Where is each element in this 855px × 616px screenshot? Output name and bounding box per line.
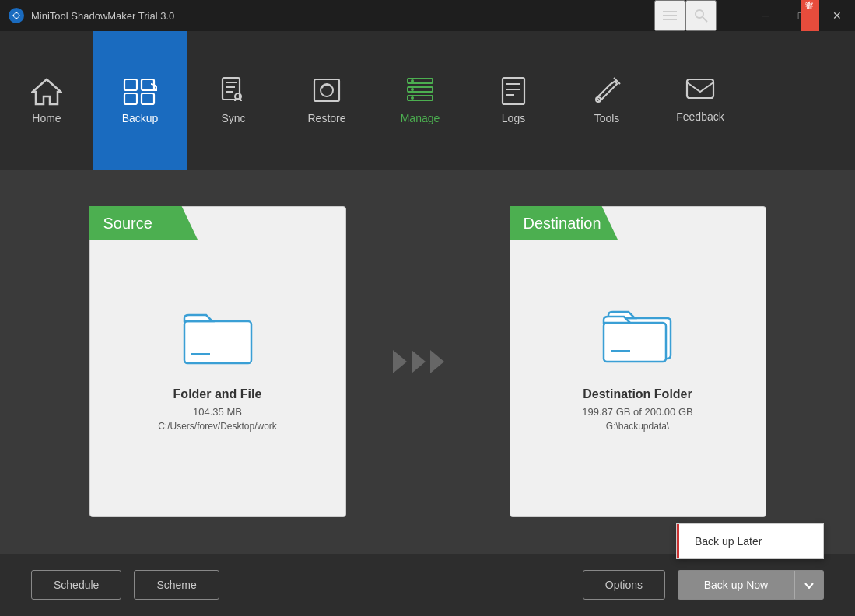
manage-icon [405, 76, 435, 106]
svg-line-3 [703, 17, 707, 22]
svg-point-25 [411, 88, 414, 91]
nav-restore[interactable]: Restore [280, 31, 373, 170]
svg-rect-18 [314, 79, 339, 101]
corner-label: 最小 [801, 0, 819, 31]
source-header-label: Source [103, 215, 152, 233]
home-icon [31, 76, 62, 106]
scheme-button[interactable]: Scheme [134, 570, 219, 600]
bottombar: Schedule Scheme Options Back up Now Back… [0, 554, 855, 616]
search-button[interactable] [685, 0, 717, 31]
destination-card-path: G:\backupdata\ [606, 421, 669, 432]
main-content: Source Folder and File 104.35 MB C:/User… [0, 170, 855, 554]
nav-tools-label: Tools [594, 112, 620, 124]
nav-sync[interactable]: Sync [187, 31, 280, 170]
destination-folder-icon [602, 307, 672, 369]
svg-rect-27 [503, 78, 524, 104]
nav-sync-label: Sync [221, 112, 245, 124]
menu-button[interactable] [654, 0, 685, 31]
source-card-title: Folder and File [173, 387, 262, 401]
svg-point-1 [14, 13, 19, 18]
destination-header-label: Destination [524, 215, 601, 233]
svg-point-24 [411, 79, 414, 82]
svg-rect-11 [142, 93, 154, 104]
sync-icon [219, 76, 247, 106]
logs-icon [500, 76, 527, 106]
nav-logs-label: Logs [502, 112, 525, 124]
navbar: Home Backup Sync Re [0, 31, 855, 170]
svg-marker-36 [393, 350, 407, 373]
arrow-area [393, 342, 463, 381]
schedule-button[interactable]: Schedule [31, 570, 121, 600]
backup-now-button[interactable]: Back up Now [678, 570, 794, 600]
menu-icon [663, 10, 677, 21]
svg-marker-37 [412, 350, 426, 373]
destination-card-body: Destination Folder 199.87 GB of 200.00 G… [582, 292, 692, 432]
source-card-path: C:/Users/forev/Desktop/work [158, 421, 277, 432]
source-card-size: 104.35 MB [193, 406, 242, 418]
options-button[interactable]: Options [583, 570, 665, 600]
destination-card-header: Destination [510, 206, 618, 240]
tools-icon [592, 76, 622, 106]
source-card-header: Source [89, 206, 198, 240]
svg-marker-38 [430, 350, 444, 373]
nav-home[interactable]: Home [0, 31, 93, 170]
search-icon [694, 9, 708, 23]
svg-rect-10 [124, 93, 137, 104]
source-card[interactable]: Source Folder and File 104.35 MB C:/User… [89, 206, 346, 517]
svg-rect-40 [604, 323, 666, 362]
svg-point-20 [321, 86, 324, 89]
backup-dropdown-menu: Back up Later [676, 523, 824, 559]
svg-rect-34 [184, 321, 251, 363]
backup-later-button[interactable]: Back up Later [677, 524, 823, 558]
chevron-down-icon [804, 583, 814, 589]
svg-point-26 [411, 96, 414, 100]
nav-manage[interactable]: Manage [373, 31, 467, 170]
feedback-icon [685, 78, 715, 104]
backup-dropdown-button[interactable] [794, 570, 824, 600]
bottom-right-buttons: Options Back up Now Back up Later [583, 570, 824, 600]
nav-manage-label: Manage [401, 112, 440, 124]
source-card-body: Folder and File 104.35 MB C:/Users/forev… [158, 292, 277, 432]
restore-icon [311, 76, 342, 106]
destination-card-size: 199.87 GB of 200.00 GB [582, 406, 692, 418]
nav-restore-label: Restore [307, 112, 345, 124]
nav-feedback-label: Feedback [676, 110, 724, 123]
titlebar: MiniTool ShadowMaker Trial 3.0 ─ □ ✕ [0, 0, 855, 31]
destination-card[interactable]: Destination Destination Folder 199.87 GB… [510, 206, 766, 517]
app-logo [8, 7, 25, 24]
destination-card-title: Destination Folder [583, 387, 692, 401]
nav-logs[interactable]: Logs [467, 31, 560, 170]
svg-marker-7 [33, 79, 61, 104]
backup-icon [123, 76, 157, 106]
nav-tools[interactable]: Tools [560, 31, 654, 170]
nav-home-label: Home [32, 112, 61, 124]
svg-point-2 [696, 10, 703, 18]
svg-rect-33 [687, 79, 713, 98]
close-button[interactable]: ✕ [819, 0, 855, 31]
source-folder-icon [183, 307, 253, 369]
svg-rect-8 [124, 79, 137, 90]
app-title: MiniTool ShadowMaker Trial 3.0 [31, 10, 174, 22]
svg-rect-13 [223, 78, 240, 100]
nav-feedback[interactable]: Feedback [654, 31, 747, 170]
minimize-button[interactable]: ─ [748, 0, 783, 31]
bottom-left-buttons: Schedule Scheme [31, 570, 219, 600]
nav-backup[interactable]: Backup [93, 31, 187, 170]
nav-backup-label: Backup [122, 112, 159, 124]
